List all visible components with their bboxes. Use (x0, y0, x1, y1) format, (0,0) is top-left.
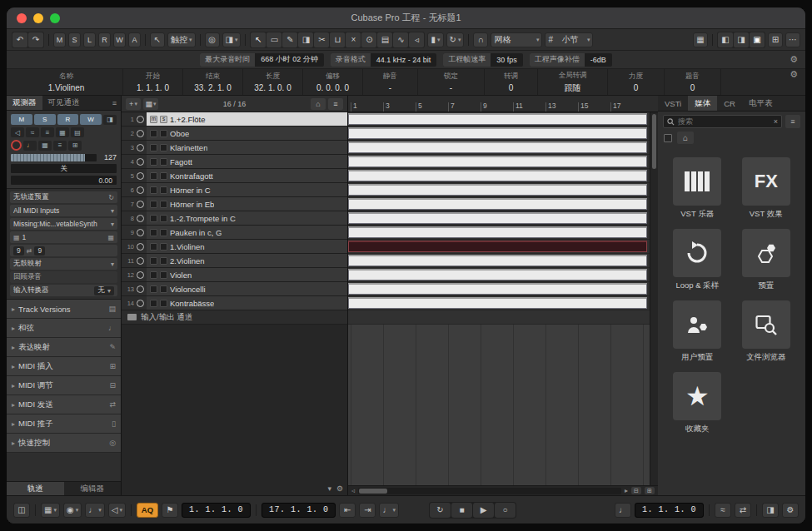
midi-part[interactable] (348, 127, 647, 139)
zoom-out-icon[interactable]: ⊟ (631, 487, 641, 494)
midi-part[interactable] (348, 184, 647, 196)
scroll-left-icon[interactable]: ◃ (351, 487, 355, 494)
record-arm-icon[interactable] (137, 285, 144, 293)
midi-part[interactable] (348, 156, 647, 167)
info-col-root[interactable]: 题音 0 (665, 69, 721, 95)
midi-part[interactable] (348, 113, 647, 125)
section-midi-fader[interactable]: ▸ MIDI 推子 ▯ (7, 414, 121, 434)
lane-icon[interactable]: ▤ (71, 127, 84, 137)
undo-button[interactable]: ↶ (12, 32, 27, 47)
toolbar-setup-button[interactable]: ⋯ (785, 32, 800, 47)
search-box[interactable]: × (663, 115, 782, 128)
track-name-area[interactable]: Violen (147, 268, 347, 281)
primary-time-display[interactable]: 1. 1. 1. 0 (182, 503, 251, 518)
drum-map-row[interactable]: 无鼓映射 ▾ (10, 258, 117, 270)
track-name-area[interactable]: Oboe (147, 127, 347, 140)
refresh-icon[interactable]: ↻ (108, 194, 114, 201)
lock-icon[interactable]: ▦ (56, 127, 69, 137)
info-col-name[interactable]: 名称 1.Violinen (10, 69, 123, 95)
track-row[interactable]: 1 m s 1.+2.Flöte (122, 112, 347, 127)
track-filter-button[interactable]: ▦ ▾ (143, 98, 158, 110)
track-name-area[interactable]: 1.-2.Trompete in C (147, 211, 347, 225)
input-routing-row[interactable]: All MIDI Inputs ▾ (10, 205, 117, 216)
sync-button[interactable]: ⇄ (735, 503, 751, 518)
audio-quantize-button[interactable]: AQ (137, 503, 158, 518)
tab-cr[interactable]: CR (717, 96, 742, 111)
automation-mode-dropdown[interactable]: 触控 ▾ (167, 32, 196, 47)
record-arm-icon[interactable] (137, 144, 144, 151)
track-row[interactable]: 11 2.Violinen (122, 254, 347, 268)
track-lane[interactable] (348, 112, 658, 127)
project-frame-rate[interactable]: 工程帧速率 30 fps (443, 53, 523, 67)
snap-button[interactable]: ∩ (473, 32, 488, 47)
list-icon[interactable]: ≡ (53, 141, 67, 151)
media-tile-favorites[interactable]: ★ 收藏夹 (673, 372, 721, 434)
vscroll-thumb[interactable] (652, 114, 656, 169)
horizontal-scrollbar[interactable]: ◃ ▸ ⊟ ⊞ (348, 485, 658, 495)
left-zone-button[interactable]: ◧ (718, 32, 733, 47)
midi-part[interactable] (348, 255, 647, 266)
track-name-area[interactable]: 2.Violinen (147, 254, 347, 267)
bypass-button[interactable]: ◎ (205, 32, 220, 47)
track-preset-row[interactable]: 无轨道预置 ↻ (10, 191, 117, 203)
record-arm-icon[interactable] (137, 201, 144, 208)
track-row[interactable]: 3 Klarinetten (122, 141, 347, 155)
track-row[interactable]: 4 Fagott (122, 155, 347, 169)
bank-program-row[interactable]: 9 ⇄ 9 (10, 245, 117, 256)
solo-icon[interactable] (160, 172, 167, 180)
section-quick-controls[interactable]: ▸ 快速控制 ◎ (7, 434, 121, 453)
midi-part[interactable] (348, 226, 647, 238)
pan-control[interactable]: 关 (11, 164, 117, 173)
midi-part[interactable] (348, 269, 647, 280)
track-lane[interactable] (348, 254, 658, 268)
retrospective-record-row[interactable]: 回顾录音 (10, 271, 117, 283)
tab-vsti[interactable]: VSTi (658, 96, 688, 111)
midi-part[interactable] (348, 170, 647, 181)
track-lane[interactable] (348, 127, 658, 141)
record-arm-icon[interactable] (137, 215, 144, 222)
automation-read-button[interactable]: R (98, 32, 111, 47)
channel-row[interactable]: ▦ 1 ▦ (10, 231, 117, 243)
mute-icon[interactable] (150, 229, 157, 236)
mute-icon[interactable] (150, 186, 157, 194)
record-arm-icon[interactable] (137, 130, 144, 137)
media-tile-user-presets[interactable]: 用户预置 (673, 300, 721, 363)
solo-icon[interactable] (160, 130, 167, 137)
clear-search-icon[interactable]: × (774, 117, 778, 126)
monitor-button[interactable]: ◁ ▾ (108, 503, 126, 518)
midi-part[interactable] (348, 198, 647, 210)
click-pattern-button[interactable]: ♩ ▾ (85, 503, 105, 518)
media-tile-loops-samples[interactable]: Loop & 采样 (673, 229, 721, 291)
track-row[interactable]: 14 Kontrabässe (122, 296, 347, 310)
mute-button[interactable]: M (11, 114, 32, 125)
stop-button[interactable]: ■ (451, 503, 472, 518)
mute-icon[interactable] (150, 257, 157, 265)
track-name-area[interactable]: Kontrafagott (147, 169, 347, 182)
mute-icon[interactable] (150, 271, 157, 279)
tab-inspector[interactable]: 观测器 (7, 96, 42, 110)
mute-icon[interactable]: m (150, 116, 157, 123)
tab-visibility[interactable]: 可见通道 (42, 96, 86, 110)
track-lane[interactable] (348, 169, 658, 183)
gear-icon[interactable]: ⚙ (790, 69, 798, 80)
track-name-area[interactable]: Pauken in c, G (147, 226, 347, 239)
solo-icon[interactable] (160, 215, 167, 222)
tab-media[interactable]: 媒体 (688, 96, 717, 111)
right-locator-display[interactable]: 17. 1. 1. 0 (262, 503, 336, 518)
titlebar[interactable]: Cubase Pro 工程 - 无标题1 (7, 7, 805, 29)
line-tool[interactable]: ∿ (393, 32, 408, 47)
track-lane[interactable] (348, 282, 658, 296)
edit-channel-icon[interactable]: ◨ (103, 115, 117, 125)
media-tile-vst-instruments[interactable]: VST 乐器 (673, 157, 721, 220)
tempo-note-button[interactable]: ♩ (615, 503, 631, 518)
max-record-time[interactable]: 最大录音时间 668 小时 02 分钟 (200, 53, 324, 67)
midi-part[interactable] (348, 141, 647, 153)
glue-tool[interactable]: ⊔ (330, 32, 345, 47)
record-arm-icon[interactable] (137, 172, 144, 180)
record-arm-icon[interactable] (137, 243, 144, 251)
punch-out-button[interactable]: ⇥ (359, 503, 376, 518)
solo-icon[interactable] (160, 271, 167, 279)
track-name-area[interactable]: Fagott (147, 155, 347, 168)
track-row[interactable]: 13 Violoncelli (122, 282, 347, 296)
track-row[interactable]: 5 Kontrafagott (122, 169, 347, 183)
